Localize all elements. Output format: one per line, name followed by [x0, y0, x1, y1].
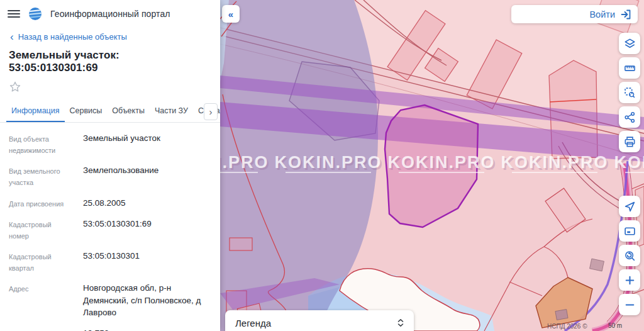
- overview-map-button[interactable]: [619, 220, 640, 242]
- field-label: Кадастровый квартал: [9, 250, 73, 274]
- field-label: Кадастровый номер: [9, 218, 73, 242]
- layers-icon: [624, 38, 636, 50]
- sidebar: Геоинформационный портал ‹ Назад в найде…: [0, 0, 220, 331]
- menu-icon[interactable]: [8, 9, 20, 19]
- info-fields: Вид объекта недвижимости Земельный участ…: [0, 123, 220, 331]
- field-row: Кадастровый номер 53:05:0130301:69: [9, 218, 210, 242]
- plus-icon: [624, 274, 636, 286]
- share-button[interactable]: [619, 106, 640, 128]
- zoom-in-button[interactable]: [619, 269, 640, 291]
- layers-button[interactable]: [619, 33, 640, 54]
- watermark-text: KOKIN.PRO: [220, 153, 269, 172]
- field-value: 53:05:0130301: [73, 250, 140, 262]
- login-icon: [620, 9, 631, 20]
- favorite-button[interactable]: [0, 76, 220, 97]
- area-select-button[interactable]: [619, 82, 640, 103]
- tabs: Информация Сервисы Объекты Части ЗУ Сост…: [0, 101, 220, 123]
- area-select-icon: [624, 87, 636, 99]
- map-render: KOKIN.PRO KOKIN.PRO KOKIN.PRO KOKIN.PRO …: [220, 0, 644, 331]
- back-link-label: Назад в найденные объекты: [18, 32, 127, 42]
- field-label: Вид объекта недвижимости: [9, 132, 73, 156]
- minus-icon: [624, 299, 636, 311]
- app-title: Геоинформационный портал: [50, 9, 170, 19]
- tabs-scroll-right-button[interactable]: ›: [204, 103, 218, 120]
- map-attribution: НСПД 2026 ©: [547, 323, 587, 330]
- field-value: Новгородская обл, р-н Демянский, с/п Пол…: [73, 282, 210, 319]
- field-row: Вид объекта недвижимости Земельный участ…: [9, 132, 210, 156]
- field-row: Площадь уточненная 19 753 кв. м: [9, 327, 210, 331]
- login-button[interactable]: Войти: [511, 5, 638, 23]
- field-row: Вид земельного участка Землепользование: [9, 164, 210, 188]
- field-row: Кадастровый квартал 53:05:0130301: [9, 250, 210, 274]
- share-icon: [624, 111, 636, 123]
- field-value: Землепользование: [73, 164, 158, 177]
- page-title: Земельный участок: 53:05:0130301:69: [0, 44, 220, 76]
- watermark-text: KOKIN.PRO: [274, 153, 382, 172]
- field-value: Земельный участок: [73, 132, 160, 145]
- field-value: 25.08.2005: [73, 197, 126, 210]
- watermark-text: KOKIN.PRO: [387, 153, 495, 172]
- back-chevron-icon: ‹: [10, 34, 14, 40]
- map-search-icon: [624, 250, 636, 262]
- watermark-text: KOKIN.PRO: [614, 153, 644, 172]
- star-icon: [9, 81, 21, 93]
- expand-collapse-icon: [396, 318, 405, 328]
- zoom-out-button[interactable]: [619, 294, 640, 315]
- geoportal-app: Геоинформационный портал ‹ Назад в найде…: [0, 0, 644, 331]
- login-label: Войти: [589, 9, 615, 20]
- chevron-right-icon: ›: [209, 106, 213, 117]
- map-canvas[interactable]: KOKIN.PRO KOKIN.PRO KOKIN.PRO KOKIN.PRO …: [220, 0, 644, 331]
- scale-label: 50 m: [608, 322, 622, 329]
- watermark-row: KOKIN.PRO KOKIN.PRO KOKIN.PRO KOKIN.PRO …: [220, 153, 644, 174]
- field-row: Дата присвоения 25.08.2005: [9, 197, 210, 210]
- tab-services[interactable]: Сервисы: [65, 101, 108, 122]
- locate-icon: [624, 201, 636, 213]
- field-label: Дата присвоения: [9, 197, 73, 210]
- map-scale: 50 m: [591, 319, 639, 331]
- tab-parts-zu[interactable]: Части ЗУ: [150, 101, 193, 122]
- map-search-button[interactable]: [619, 245, 640, 266]
- locate-button[interactable]: [619, 196, 640, 217]
- field-value: 19 753 кв. м: [73, 327, 130, 331]
- field-value: 53:05:0130301:69: [73, 218, 152, 230]
- field-label: Площадь уточненная: [9, 327, 73, 331]
- portal-logo: [28, 7, 42, 21]
- print-icon: [624, 136, 636, 148]
- legend-panel[interactable]: Легенда: [225, 310, 414, 331]
- watermark-text: KOKIN.PRO: [501, 153, 608, 172]
- sidebar-header: Геоинформационный портал: [0, 0, 220, 26]
- tab-information[interactable]: Информация: [6, 101, 65, 122]
- field-row: Адрес Новгородская обл, р-н Демянский, с…: [9, 282, 210, 319]
- field-label: Адрес: [9, 282, 73, 295]
- ruler-icon: [624, 62, 636, 74]
- collapse-icon: «: [228, 9, 233, 20]
- field-label: Вид земельного участка: [9, 164, 73, 188]
- ruler-button[interactable]: [619, 57, 640, 79]
- print-button[interactable]: [619, 131, 640, 152]
- collapse-sidebar-button[interactable]: «: [222, 5, 240, 23]
- tab-objects[interactable]: Объекты: [107, 101, 150, 122]
- back-link[interactable]: ‹ Назад в найденные объекты: [0, 26, 220, 44]
- overview-map-icon: [624, 225, 636, 237]
- legend-label: Легенда: [235, 318, 271, 328]
